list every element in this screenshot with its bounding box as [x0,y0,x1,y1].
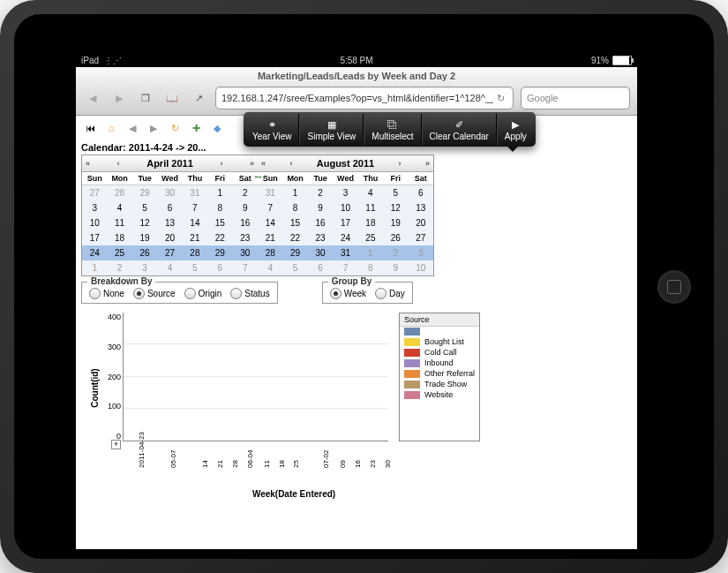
day-cell[interactable]: 5 [183,260,207,275]
cal-last-icon[interactable]: » [425,159,430,168]
day-cell[interactable]: 1 [82,260,107,275]
reload-button[interactable]: ↻ [493,93,507,104]
day-cell[interactable]: 26 [132,245,157,260]
cal-first-icon[interactable]: « [261,159,266,168]
forward-button[interactable]: ▶ [109,88,129,108]
groupby-radio-week[interactable]: Week [330,288,366,299]
day-cell[interactable]: 10 [82,215,107,230]
day-cell[interactable]: 21 [258,230,282,245]
popup-clear-calendar[interactable]: ✐Clear Calendar [422,114,497,145]
day-cell[interactable]: 29 [282,245,307,260]
legend-item[interactable]: Bought List [400,336,479,347]
day-cell[interactable]: 29 [207,245,232,260]
day-cell[interactable]: 27 [409,230,433,245]
day-cell[interactable]: 12 [383,200,408,215]
day-cell[interactable]: 5 [282,260,307,275]
calendar-link-icon[interactable]: ⥊ [249,171,266,183]
day-cell[interactable]: 13 [157,215,182,230]
day-cell[interactable]: 12 [132,215,157,230]
first-icon[interactable]: ⏮ [81,119,99,137]
cal-prev-icon[interactable]: ‹ [117,159,120,168]
day-cell[interactable]: 5 [383,185,408,200]
cal-next-icon[interactable]: › [399,159,402,168]
day-cell[interactable]: 22 [282,230,307,245]
day-cell[interactable]: 4 [107,200,131,215]
day-cell[interactable]: 5 [132,200,157,215]
legend-item[interactable]: Trade Show [400,379,479,389]
day-cell[interactable]: 7 [333,260,357,275]
breakdown-radio-none[interactable]: None [89,288,124,299]
day-cell[interactable]: 7 [258,200,282,215]
day-cell[interactable]: 23 [308,230,333,245]
day-cell[interactable]: 22 [207,230,232,245]
legend-item[interactable]: Cold Call [400,347,479,358]
popup-year-view[interactable]: ⚭Year View [245,114,299,145]
day-cell[interactable]: 23 [233,230,258,245]
breakdown-radio-origin[interactable]: Origin [184,288,222,299]
day-cell[interactable]: 2 [308,185,333,200]
day-cell[interactable]: 2 [107,260,131,275]
day-cell[interactable]: 19 [383,215,408,230]
day-cell[interactable]: 18 [107,230,131,245]
day-cell[interactable]: 27 [157,245,182,260]
day-cell[interactable]: 9 [308,200,333,215]
legend-item[interactable]: Other Referral [400,368,479,379]
day-cell[interactable]: 9 [383,260,408,275]
legend-item[interactable]: Inbound [400,358,479,368]
day-cell[interactable]: 31 [183,185,207,200]
day-cell[interactable]: 26 [383,230,408,245]
day-cell[interactable]: 11 [107,215,131,230]
breakdown-radio-source[interactable]: Source [133,288,176,299]
day-cell[interactable]: 28 [107,185,131,200]
day-cell[interactable]: 25 [107,245,131,260]
breakdown-radio-status[interactable]: Status [230,288,269,299]
day-cell[interactable]: 24 [333,230,357,245]
prev-icon[interactable]: ◀ [124,119,141,137]
day-cell[interactable]: 10 [409,260,433,275]
home-button[interactable] [657,270,691,304]
day-cell[interactable]: 4 [358,185,383,200]
day-cell[interactable]: 7 [183,200,207,215]
cal-first-icon[interactable]: « [86,159,90,168]
day-cell[interactable]: 7 [233,260,258,275]
day-cell[interactable]: 30 [233,245,258,260]
day-cell[interactable]: 3 [82,200,107,215]
day-cell[interactable]: 1 [358,245,383,260]
search-field[interactable]: Google [521,87,630,109]
day-cell[interactable]: 6 [207,260,232,275]
day-cell[interactable]: 10 [333,200,357,215]
day-cell[interactable]: 17 [82,230,107,245]
day-cell[interactable]: 2 [383,245,408,260]
day-cell[interactable]: 1 [207,185,232,200]
popup-multiselect[interactable]: ⿻Multiselect [364,114,421,145]
day-cell[interactable]: 20 [157,230,182,245]
day-cell[interactable]: 8 [207,200,232,215]
day-cell[interactable]: 15 [207,215,232,230]
day-cell[interactable]: 19 [132,230,157,245]
cal-last-icon[interactable]: » [250,159,254,168]
day-cell[interactable]: 8 [358,260,383,275]
day-cell[interactable]: 17 [333,215,357,230]
day-cell[interactable]: 31 [333,245,357,260]
day-cell[interactable]: 13 [409,200,433,215]
cal-prev-icon[interactable]: ‹ [289,159,292,168]
day-cell[interactable]: 28 [183,245,207,260]
day-cell[interactable]: 24 [82,245,107,260]
day-cell[interactable]: 3 [132,260,157,275]
add-icon[interactable]: ✚ [187,119,205,137]
day-cell[interactable]: 2 [233,185,258,200]
url-field[interactable]: 192.168.1.247/sree/Examples?op=vs_html&i… [215,87,514,109]
layers-icon[interactable]: ◆ [208,119,226,137]
back-button[interactable]: ◀ [83,88,102,108]
pages-button[interactable]: ❐ [136,88,155,108]
next-icon[interactable]: ▶ [145,119,162,137]
day-cell[interactable]: 21 [183,230,207,245]
popup-apply[interactable]: ▶Apply [497,114,534,145]
day-cell[interactable]: 11 [358,200,383,215]
day-cell[interactable]: 16 [233,215,258,230]
day-cell[interactable]: 20 [409,215,433,230]
refresh-icon[interactable]: ↻ [166,119,184,137]
day-cell[interactable]: 9 [233,200,258,215]
groupby-radio-day[interactable]: Day [375,288,405,299]
day-cell[interactable]: 25 [358,230,383,245]
